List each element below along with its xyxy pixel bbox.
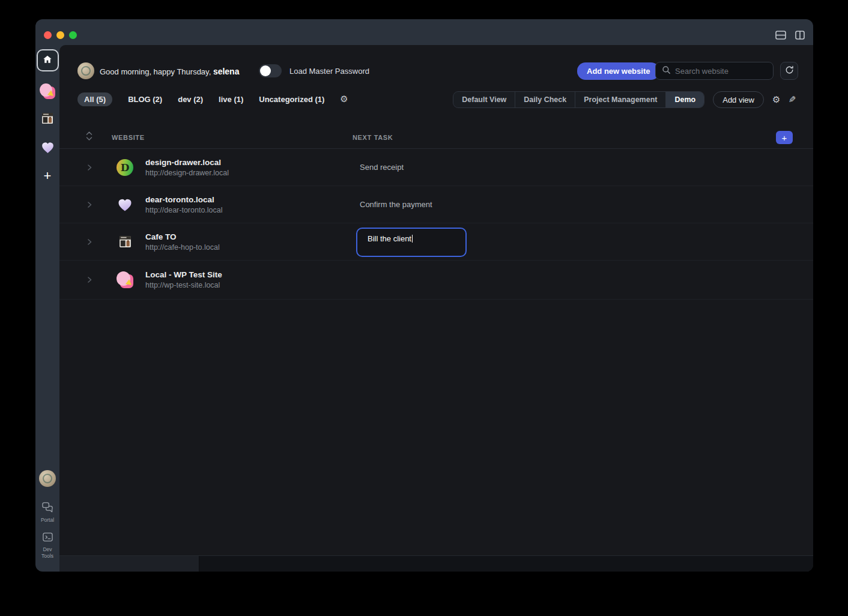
next-task-cell[interactable]: Send receipt xyxy=(360,163,404,172)
filter-blog[interactable]: BLOG (2) xyxy=(128,95,162,104)
add-new-website-button[interactable]: Add new website xyxy=(577,62,659,80)
home-icon xyxy=(42,54,53,67)
filter-live[interactable]: live (1) xyxy=(219,95,243,104)
table-row-dear-toronto[interactable]: dear-toronto.local http://dear-toronto.l… xyxy=(59,186,813,223)
footer-left-panel[interactable] xyxy=(59,556,199,572)
search-website-box[interactable] xyxy=(655,62,774,80)
site-url: http://dear-toronto.local xyxy=(145,206,223,214)
column-header-website[interactable]: WEBSITE xyxy=(112,134,145,141)
view-tab-project-management[interactable]: Project Management xyxy=(575,92,666,107)
search-website-input[interactable] xyxy=(675,67,759,76)
websites-table: WEBSITE NEXT TASK + D design-drawer.loca… xyxy=(59,126,813,300)
favicon-design-drawer: D xyxy=(117,159,133,176)
minimize-window-button[interactable] xyxy=(56,31,64,39)
footer-bar xyxy=(59,555,813,572)
text-caret xyxy=(412,235,413,243)
favicon-wp-test-site xyxy=(117,271,133,288)
view-tab-daily-check[interactable]: Daily Check xyxy=(515,92,575,107)
sidebar-home-button[interactable] xyxy=(37,49,59,71)
table-header: WEBSITE NEXT TASK + xyxy=(59,126,813,149)
view-tabs: Default View Daily Check Project Managem… xyxy=(453,91,796,108)
site-name: dear-toronto.local xyxy=(145,195,223,204)
favicon-cafe-to xyxy=(117,234,133,250)
vertical-split-layout-icon[interactable] xyxy=(795,31,805,40)
refresh-button[interactable] xyxy=(780,62,798,80)
site-name: Local - WP Test Site xyxy=(145,270,222,279)
next-task-input[interactable]: Bill the client xyxy=(356,228,467,257)
search-icon xyxy=(662,65,671,77)
edit-view-pencil-icon[interactable]: ✎ xyxy=(789,94,796,105)
close-window-button[interactable] xyxy=(44,31,52,39)
greeting-text: Good morning, happy Thursday, selena xyxy=(100,67,239,76)
view-segmented-control: Default View Daily Check Project Managem… xyxy=(453,91,704,108)
filter-uncategorized[interactable]: Uncategorized (1) xyxy=(259,95,324,104)
table-row-design-drawer[interactable]: D design-drawer.local http://design-draw… xyxy=(59,149,813,186)
site-url: http://wp-test-site.local xyxy=(145,281,222,289)
sort-icon[interactable] xyxy=(86,131,92,143)
column-header-next-task[interactable]: NEXT TASK xyxy=(353,134,393,141)
filter-dev[interactable]: dev (2) xyxy=(178,95,203,104)
site-name: design-drawer.local xyxy=(145,158,229,167)
chevron-right-icon[interactable] xyxy=(86,238,93,246)
greeting-avatar xyxy=(77,62,94,79)
sidebar-portal-button[interactable]: Portal xyxy=(37,501,58,524)
plus-icon: + xyxy=(44,169,52,183)
user-avatar[interactable] xyxy=(39,470,56,487)
sidebar-devtools-button[interactable]: Dev Tools xyxy=(37,532,58,560)
devtools-label: Dev Tools xyxy=(37,546,58,560)
chat-bubbles-icon xyxy=(41,501,54,515)
site-url: http://cafe-hop-to.local xyxy=(145,243,220,252)
add-column-button[interactable]: + xyxy=(776,131,793,144)
next-task-cell[interactable]: Confirm the payment xyxy=(360,200,432,209)
local-logo-icon xyxy=(117,271,133,288)
favicon-dear-toronto xyxy=(117,196,133,213)
footer-right-panel xyxy=(199,556,813,572)
traffic-lights xyxy=(44,31,77,39)
sidebar-site-dear-toronto[interactable] xyxy=(40,140,55,157)
view-tab-default[interactable]: Default View xyxy=(453,92,515,107)
sidebar: + Portal Dev Tools xyxy=(35,45,59,572)
app-window: + Portal Dev Tools Good morning, happy T… xyxy=(35,19,813,572)
view-tab-demo[interactable]: Demo xyxy=(666,92,704,107)
filter-tabs: All (5) BLOG (2) dev (2) live (1) Uncate… xyxy=(77,92,348,106)
sidebar-add-site-button[interactable]: + xyxy=(44,169,52,183)
zoom-window-button[interactable] xyxy=(69,31,77,39)
next-task-input-value: Bill the client xyxy=(368,234,411,243)
chevron-right-icon[interactable] xyxy=(86,164,93,171)
terminal-icon xyxy=(42,532,53,545)
portal-label: Portal xyxy=(37,517,58,524)
table-row-cafe-to[interactable]: Cafe TO http://cafe-hop-to.local Bill th… xyxy=(59,223,813,261)
sidebar-site-local-wp-test[interactable] xyxy=(40,83,55,99)
filter-settings-gear-icon[interactable]: ⚙ xyxy=(340,94,348,104)
chevron-right-icon[interactable] xyxy=(86,201,93,208)
titlebar xyxy=(35,19,813,45)
horizontal-split-layout-icon[interactable] xyxy=(775,31,786,40)
cafe-storefront-icon xyxy=(40,111,55,128)
chevron-right-icon[interactable] xyxy=(86,276,93,283)
sidebar-site-cafe-to[interactable] xyxy=(40,111,55,128)
local-logo-icon xyxy=(40,83,55,99)
table-row-wp-test-site[interactable]: Local - WP Test Site http://wp-test-site… xyxy=(59,261,813,300)
heart-icon xyxy=(40,140,55,157)
user-name: selena xyxy=(213,67,240,76)
add-view-button[interactable]: Add view xyxy=(713,91,764,108)
master-password-toggle[interactable] xyxy=(259,64,282,77)
master-password-toggle-label: Load Master Password xyxy=(289,67,369,76)
main-content: Good morning, happy Thursday, selena Loa… xyxy=(59,45,813,572)
site-name: Cafe TO xyxy=(145,232,220,241)
site-url: http://design-drawer.local xyxy=(145,169,229,177)
refresh-icon xyxy=(784,65,795,77)
view-settings-gear-icon[interactable]: ⚙ xyxy=(772,94,780,105)
filter-all[interactable]: All (5) xyxy=(77,92,112,106)
